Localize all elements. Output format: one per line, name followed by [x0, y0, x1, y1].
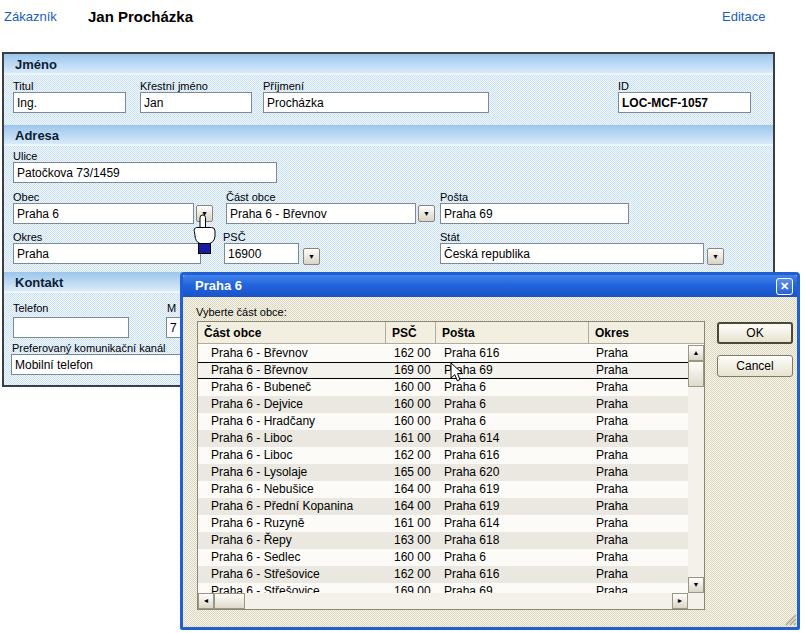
scroll-up-button[interactable]: ▲ [688, 345, 704, 361]
cell: 160 00 [394, 414, 431, 428]
cell: Praha [596, 550, 628, 564]
street-field[interactable] [13, 162, 277, 183]
cell: 164 00 [394, 499, 431, 513]
cancel-button[interactable]: Cancel [717, 355, 793, 377]
city-part-row[interactable]: Praha 6 - Nebušice164 00Praha 619Praha [198, 481, 688, 498]
city-part-row[interactable]: Praha 6 - Bubeneč160 00Praha 6Praha [198, 379, 688, 396]
scroll-right-button[interactable]: ► [672, 593, 688, 609]
horizontal-scrollbar[interactable]: ◄ ► [198, 593, 688, 609]
cell: Praha [596, 346, 628, 360]
city-part-row[interactable]: Praha 6 - Liboc161 00Praha 614Praha [198, 430, 688, 447]
cell: Praha 69 [444, 363, 493, 377]
cell: 164 00 [394, 482, 431, 496]
dialog-close-button[interactable]: ✕ [776, 278, 793, 295]
zip-dropdown-button[interactable]: ▼ [303, 248, 320, 265]
dropdown-arrow-icon: ▼ [201, 210, 208, 217]
vertical-scroll-thumb[interactable] [688, 361, 704, 387]
column-header-city-part[interactable]: Část obce [198, 322, 386, 344]
mobile-label: M [167, 302, 176, 314]
preferred-channel-label: Preferovaný komunikační kanál [12, 342, 165, 354]
first-name-label: Křestní jméno [140, 80, 208, 92]
cell: Praha 6 - Ruzyně [211, 516, 304, 530]
cell: Praha [596, 397, 628, 411]
city-part-row[interactable]: Praha 6 - Dejvice160 00Praha 6Praha [198, 396, 688, 413]
city-part-row[interactable]: Praha 6 - Hradčany160 00Praha 6Praha [198, 413, 688, 430]
titul-field[interactable] [13, 92, 126, 113]
edit-link[interactable]: Editace [722, 9, 765, 24]
column-header-district[interactable]: Okres [589, 322, 704, 344]
cell: 161 00 [394, 431, 431, 445]
vertical-scrollbar[interactable]: ▲ ▼ [688, 345, 704, 593]
section-header-address: Adresa [4, 125, 773, 146]
city-field[interactable] [13, 203, 194, 224]
city-part-row[interactable]: Praha 6 - Ruzyně161 00Praha 614Praha [198, 515, 688, 532]
cell: Praha 616 [444, 346, 499, 360]
city-part-row[interactable]: Praha 6 - Břevnov169 00Praha 69Praha [198, 362, 688, 379]
city-part-label: Část obce [226, 191, 276, 203]
cell: Praha [596, 584, 628, 593]
street-label: Ulice [13, 150, 37, 162]
cell: Praha 6 - Hradčany [211, 414, 315, 428]
post-office-field[interactable] [440, 203, 629, 224]
phone-field[interactable] [13, 317, 129, 338]
cell: Praha 619 [444, 482, 499, 496]
cell: Praha 614 [444, 516, 499, 530]
last-name-field[interactable] [263, 92, 489, 113]
cell: 169 00 [394, 363, 431, 377]
city-part-row[interactable]: Praha 6 - Sedlec160 00Praha 6Praha [198, 549, 688, 566]
cell: 163 00 [394, 533, 431, 547]
city-part-row[interactable]: Praha 6 - Řepy163 00Praha 618Praha [198, 532, 688, 549]
city-part-field[interactable] [226, 203, 416, 224]
cell: Praha 6 [444, 397, 486, 411]
horizontal-scroll-thumb[interactable] [214, 593, 245, 609]
city-part-row[interactable]: Praha 6 - Střešovice169 00Praha 69Praha [198, 583, 688, 593]
cell: Praha 6 - Řepy [211, 533, 292, 547]
district-label: Okres [13, 231, 42, 243]
country-dropdown-button[interactable]: ▼ [707, 248, 724, 265]
ok-button[interactable]: OK [717, 322, 793, 344]
zip-field[interactable] [224, 243, 299, 264]
cell: Praha 6 - Střešovice [211, 567, 320, 581]
cell: 160 00 [394, 397, 431, 411]
cell: Praha 6 - Lysolaje [211, 465, 307, 479]
id-label: ID [618, 80, 629, 92]
cell: Praha [596, 499, 628, 513]
city-part-row[interactable]: Praha 6 - Přední Kopanina164 00Praha 619… [198, 498, 688, 515]
cell: Praha 619 [444, 499, 499, 513]
cell: Praha 6 - Přední Kopanina [211, 499, 353, 513]
city-dropdown-button[interactable]: ▼ [196, 205, 213, 222]
scroll-left-icon: ◄ [203, 597, 210, 604]
city-part-row[interactable]: Praha 6 - Břevnov162 00Praha 616Praha [198, 345, 688, 362]
scroll-left-button[interactable]: ◄ [198, 593, 214, 609]
dialog-titlebar[interactable]: Praha 6 [183, 275, 797, 297]
resize-grip-icon[interactable] [783, 611, 798, 626]
first-name-field[interactable] [140, 92, 252, 113]
id-field[interactable] [618, 92, 751, 113]
scroll-down-button[interactable]: ▼ [688, 577, 704, 593]
customer-breadcrumb-link[interactable]: Zákazník [4, 9, 57, 24]
cell: Praha 6 - Liboc [211, 431, 292, 445]
cell: Praha 6 - Břevnov [211, 346, 308, 360]
column-header-zip[interactable]: PSČ [386, 322, 436, 344]
city-part-dropdown-button[interactable]: ▼ [418, 205, 435, 222]
country-field[interactable] [440, 243, 704, 264]
cell: 162 00 [394, 448, 431, 462]
column-header-post-office[interactable]: Pošta [436, 322, 589, 344]
dialog-title: Praha 6 [195, 278, 242, 293]
city-part-dialog: Praha 6 ✕ Vyberte část obce: Část obce P… [180, 272, 800, 630]
city-part-row[interactable]: Praha 6 - Střešovice162 00Praha 616Praha [198, 566, 688, 583]
city-part-row[interactable]: Praha 6 - Liboc162 00Praha 616Praha [198, 447, 688, 464]
cell: 160 00 [394, 550, 431, 564]
post-office-label: Pošta [440, 191, 468, 203]
country-label: Stát [440, 231, 460, 243]
cell: Praha [596, 380, 628, 394]
dialog-prompt: Vyberte část obce: [196, 306, 287, 318]
cell: 165 00 [394, 465, 431, 479]
cell: Praha 616 [444, 448, 499, 462]
district-field[interactable] [13, 243, 201, 264]
customer-page: Zákazník Jan Procházka Editace Jméno Adr… [0, 0, 806, 633]
cell: Praha 616 [444, 567, 499, 581]
city-part-row[interactable]: Praha 6 - Lysolaje165 00Praha 620Praha [198, 464, 688, 481]
cell: Praha [596, 448, 628, 462]
dropdown-arrow-icon: ▼ [712, 253, 719, 260]
